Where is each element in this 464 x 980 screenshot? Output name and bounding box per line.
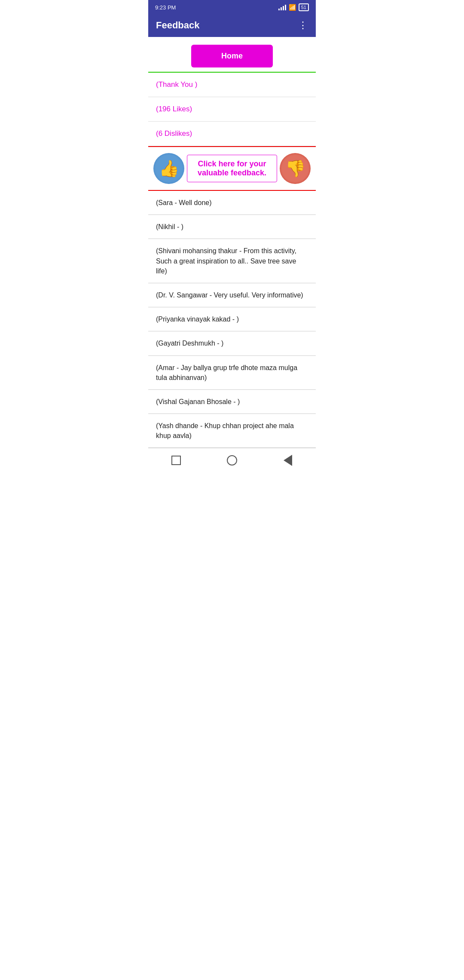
nav-square-button[interactable] (168, 453, 184, 468)
feedback-item-5: (Gayatri Deshmukh - ) (148, 331, 316, 355)
stat-thank-you: (Thank You ) (148, 73, 316, 97)
feedback-item-7: (Vishal Gajanan Bhosale - ) (148, 390, 316, 414)
stat-likes: (196 Likes) (148, 97, 316, 122)
feedback-list: (Sara - Well done) (Nikhil - ) (Shivani … (148, 191, 316, 448)
status-bar: 9:23 PM 📶 51 (148, 0, 316, 14)
feedback-cta-section[interactable]: 👍 Click here for your valuable feedback.… (148, 146, 316, 191)
feedback-item-8: (Yash dhande - Khup chhan project ahe ma… (148, 414, 316, 448)
nav-home-button[interactable] (224, 453, 240, 468)
square-icon (171, 456, 181, 465)
thumbs-up-icon[interactable]: 👍 (153, 153, 184, 184)
circle-icon (227, 455, 237, 466)
nav-back-button[interactable] (280, 453, 296, 468)
feedback-item-3: (Dr. V. Sangawar - Very useful. Very inf… (148, 283, 316, 307)
app-title: Feedback (156, 20, 200, 31)
battery-icon: 51 (299, 3, 309, 11)
feedback-item-6: (Amar - Jay ballya grup trfe dhote maza … (148, 356, 316, 390)
feedback-item-4: (Priyanka vinayak kakad - ) (148, 307, 316, 331)
more-options-icon[interactable]: ⋮ (298, 20, 308, 31)
bottom-navigation (148, 448, 316, 475)
stat-dislikes: (6 Dislikes) (148, 122, 316, 146)
feedback-cta-button[interactable]: Click here for your valuable feedback. (187, 155, 277, 182)
home-section: Home (148, 37, 316, 73)
app-bar: Feedback ⋮ (148, 14, 316, 37)
wifi-icon: 📶 (289, 4, 296, 11)
feedback-item-0: (Sara - Well done) (148, 191, 316, 215)
signal-icon (278, 4, 286, 10)
thumbs-down-icon[interactable]: 👎 (280, 153, 311, 184)
status-icons: 📶 51 (278, 3, 309, 11)
status-time: 9:23 PM (155, 4, 176, 11)
home-button[interactable]: Home (191, 45, 273, 67)
feedback-item-1: (Nikhil - ) (148, 215, 316, 239)
feedback-item-2: (Shivani mohansing thakur - From this ac… (148, 239, 316, 283)
back-triangle-icon (284, 455, 292, 466)
